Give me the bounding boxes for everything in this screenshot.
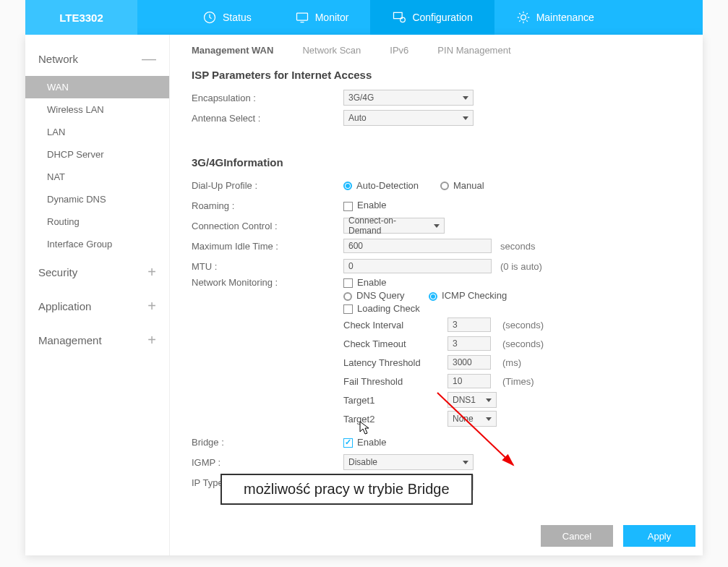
subtab-network-scan[interactable]: Network Scan xyxy=(302,45,361,56)
check-timeout-unit: (seconds) xyxy=(502,338,544,349)
antenna-label: Antenna Select : xyxy=(192,113,343,124)
mtu-hint: (0 is auto) xyxy=(500,261,542,272)
checkbox-off-icon xyxy=(343,278,353,288)
igmp-label: IGMP : xyxy=(192,457,343,468)
sidebar-group-security[interactable]: Security + xyxy=(25,255,169,289)
annotation-box: możliwość pracy w trybie Bridge xyxy=(220,474,473,505)
nav-maintenance[interactable]: Maintenance xyxy=(494,0,616,35)
sidebar-group-management[interactable]: Management + xyxy=(25,323,169,357)
bridge-checkbox[interactable]: Enable xyxy=(343,437,386,448)
expand-icon: + xyxy=(147,332,156,349)
radio-on-icon xyxy=(343,182,352,190)
sidebar-item-routing[interactable]: Routing xyxy=(25,210,169,233)
latency-input[interactable] xyxy=(447,355,491,370)
main-shell: Network — WAN Wireless LAN LAN DHCP Serv… xyxy=(25,35,703,555)
svg-point-4 xyxy=(521,15,526,20)
expand-icon: + xyxy=(147,298,156,315)
mtu-input[interactable] xyxy=(343,259,492,273)
topnav: Status Monitor Configuration Maintenance xyxy=(181,0,616,35)
target2-select[interactable]: None xyxy=(447,411,497,427)
radio-on-icon xyxy=(429,292,437,301)
subtab-pin-management[interactable]: PIN Management xyxy=(437,45,510,56)
sidebar-item-wan[interactable]: WAN xyxy=(25,76,169,98)
max-idle-unit: seconds xyxy=(500,241,535,252)
latency-unit: (ms) xyxy=(502,357,521,368)
bridge-enable-text: Enable xyxy=(357,437,386,448)
sidebar-item-dynamic-dns[interactable]: Dynamic DNS xyxy=(25,188,169,210)
subtab-management-wan[interactable]: Management WAN xyxy=(192,45,273,56)
netmon-icmp-radio[interactable]: ICMP Checking xyxy=(429,290,507,301)
sidebar-item-nat[interactable]: NAT xyxy=(25,166,169,188)
netmon-enable-text: Enable xyxy=(357,277,386,288)
sidebar-item-interface-group[interactable]: Interface Group xyxy=(25,233,169,255)
latency-label: Latency Threshold xyxy=(343,357,445,368)
bridge-label: Bridge : xyxy=(192,437,343,448)
sidebar-group-application[interactable]: Application + xyxy=(25,289,169,323)
monitor-icon xyxy=(295,10,309,25)
roaming-checkbox[interactable]: Enable xyxy=(343,200,386,210)
nav-monitor[interactable]: Monitor xyxy=(273,0,371,35)
check-interval-label: Check Interval xyxy=(343,320,445,331)
encapsulation-label: Encapsulation : xyxy=(192,93,343,103)
check-timeout-input[interactable] xyxy=(447,336,491,351)
target1-label: Target1 xyxy=(343,395,445,406)
brand-logo: LTE3302 xyxy=(25,0,137,35)
conn-ctrl-label: Connection Control : xyxy=(192,221,343,231)
target1-select[interactable]: DNS1 xyxy=(447,392,497,408)
sidebar-application-label: Application xyxy=(38,300,91,312)
subtab-ipv6[interactable]: IPv6 xyxy=(390,45,408,56)
sidebar-item-dhcp-server[interactable]: DHCP Server xyxy=(25,143,169,166)
conn-ctrl-select[interactable]: Connect-on-Demand xyxy=(343,218,445,234)
netmon-enable-checkbox[interactable]: Enable xyxy=(343,277,386,288)
subtabs: Management WAN Network Scan IPv6 PIN Man… xyxy=(170,35,703,61)
fail-label: Fail Threshold xyxy=(343,376,445,387)
target2-label: Target2 xyxy=(343,414,445,425)
sidebar-network-items: WAN Wireless LAN LAN DHCP Server NAT Dyn… xyxy=(25,76,169,255)
status-icon xyxy=(202,10,217,25)
sidebar-network-label: Network xyxy=(38,53,78,65)
main-panel: Management WAN Network Scan IPv6 PIN Man… xyxy=(170,35,703,555)
netmon-loading-text: Loading Check xyxy=(357,303,420,314)
fail-unit: (Times) xyxy=(502,376,534,387)
svg-rect-1 xyxy=(296,13,307,20)
nav-configuration[interactable]: Configuration xyxy=(370,0,494,35)
igmp-select[interactable]: Disable xyxy=(343,454,474,470)
sidebar-item-lan[interactable]: LAN xyxy=(25,121,169,143)
max-idle-input[interactable] xyxy=(343,239,492,253)
encapsulation-select[interactable]: 3G/4G xyxy=(343,90,474,106)
netmon-label: Network Monitoring : xyxy=(192,277,343,288)
isp-heading: ISP Parameters for Internet Access xyxy=(192,69,681,81)
netmon-dns-radio[interactable]: DNS Query xyxy=(343,290,404,301)
sidebar-group-network[interactable]: Network — xyxy=(25,42,169,76)
dialup-auto-text: Auto-Detection xyxy=(356,180,419,191)
antenna-select[interactable]: Auto xyxy=(343,110,474,126)
configuration-icon xyxy=(392,10,406,25)
sidebar-item-wireless-lan[interactable]: Wireless LAN xyxy=(25,98,169,121)
netmon-dns-text: DNS Query xyxy=(356,290,404,301)
apply-button[interactable]: Apply xyxy=(623,525,695,547)
nav-maintenance-label: Maintenance xyxy=(536,12,594,23)
roaming-label: Roaming : xyxy=(192,200,343,211)
fail-input[interactable] xyxy=(447,374,491,388)
checkbox-off-icon xyxy=(343,202,353,211)
nav-configuration-label: Configuration xyxy=(412,12,472,23)
cancel-button[interactable]: Cancel xyxy=(541,525,613,547)
checkbox-on-icon xyxy=(343,438,353,448)
nav-monitor-label: Monitor xyxy=(315,12,349,23)
nav-status[interactable]: Status xyxy=(181,0,273,35)
check-interval-unit: (seconds) xyxy=(502,320,544,331)
footer-buttons: Cancel Apply xyxy=(541,525,695,547)
netmon-loading-checkbox[interactable]: Loading Check xyxy=(343,303,420,314)
dialup-manual-radio[interactable]: Manual xyxy=(440,180,484,191)
dialup-manual-text: Manual xyxy=(453,180,484,191)
check-interval-input[interactable] xyxy=(447,317,491,332)
max-idle-label: Maximum Idle Time : xyxy=(192,241,343,252)
collapse-icon: — xyxy=(142,51,156,67)
roaming-enable-text: Enable xyxy=(357,200,386,210)
g34-heading: 3G/4GInformation xyxy=(192,156,681,169)
maintenance-icon xyxy=(516,10,531,25)
content-area[interactable]: ISP Parameters for Internet Access Encap… xyxy=(170,61,703,555)
radio-off-icon xyxy=(343,292,352,301)
dialup-auto-radio[interactable]: Auto-Detection xyxy=(343,180,419,191)
topbar: LTE3302 Status Monitor Configuration Mai… xyxy=(25,0,703,35)
